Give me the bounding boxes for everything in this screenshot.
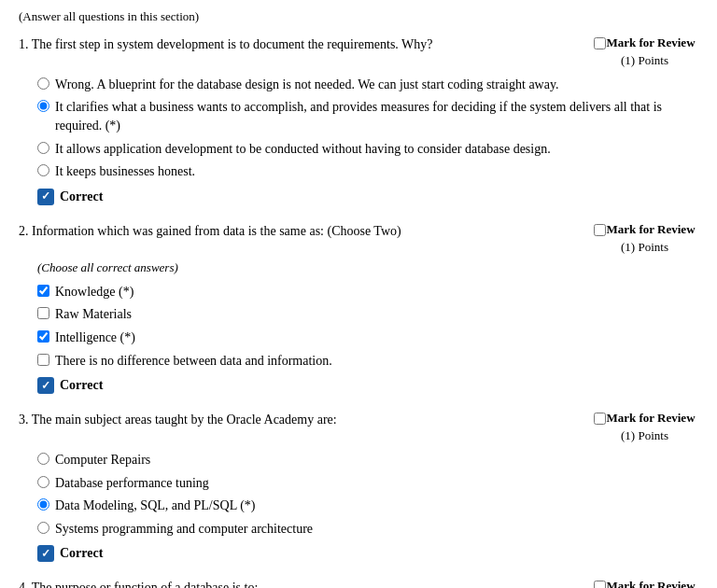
option-input-q2d[interactable] bbox=[37, 354, 49, 366]
question-block-3: 3. The main subject areas taught by the … bbox=[19, 411, 698, 562]
mark-review-points-1: (1) Points bbox=[621, 53, 668, 68]
option-row-2-3: Intelligence (*) bbox=[37, 329, 698, 347]
option-label-q2c[interactable]: Intelligence (*) bbox=[55, 329, 698, 347]
mark-review-checkbox-1[interactable] bbox=[594, 37, 606, 49]
question-number-1: 1. The first step in system development … bbox=[19, 37, 433, 51]
question-text-1: 1. The first step in system development … bbox=[19, 35, 591, 54]
mark-review-points-2: (1) Points bbox=[621, 240, 668, 255]
option-input-q3a[interactable] bbox=[37, 453, 49, 465]
option-label-q1a[interactable]: Wrong. A blueprint for the database desi… bbox=[55, 76, 698, 94]
option-label-q2d[interactable]: There is no difference between data and … bbox=[55, 352, 698, 371]
mark-review-points-3: (1) Points bbox=[621, 428, 668, 443]
question-row-4: 4. The purpose or function of a database… bbox=[19, 579, 698, 588]
option-label-q1b[interactable]: It clarifies what a business wants to ac… bbox=[55, 98, 698, 134]
correct-badge-3: Correct bbox=[37, 545, 698, 562]
correct-text-1: Correct bbox=[60, 189, 103, 204]
option-label-q3c[interactable]: Data Modeling, SQL, and PL/SQL (*) bbox=[55, 497, 698, 515]
mark-review-top-2: Mark for Review bbox=[594, 222, 695, 238]
option-label-q1c[interactable]: It allows application development to be … bbox=[55, 140, 698, 159]
options-area-3: Computer RepairsDatabase performance tun… bbox=[37, 451, 698, 538]
option-row-2-1: Knowledge (*) bbox=[37, 283, 698, 301]
option-label-q3d[interactable]: Systems programming and computer archite… bbox=[55, 520, 698, 539]
option-row-2-4: There is no difference between data and … bbox=[37, 352, 698, 371]
question-block-1: 1. The first step in system development … bbox=[19, 35, 698, 205]
question-number-2: 2. Information which was gained from dat… bbox=[19, 224, 401, 238]
mark-review-area-4: Mark for Review(1) Points bbox=[591, 579, 698, 588]
option-row-1-2: It clarifies what a business wants to ac… bbox=[37, 98, 698, 134]
mark-review-label-1: Mark for Review bbox=[606, 35, 695, 51]
correct-badge-1: Correct bbox=[37, 189, 698, 205]
correct-check-icon-3 bbox=[37, 545, 54, 562]
question-block-4: 4. The purpose or function of a database… bbox=[19, 579, 698, 588]
option-input-q3b[interactable] bbox=[37, 476, 49, 488]
option-input-q1d[interactable] bbox=[37, 164, 49, 176]
mark-review-label-2: Mark for Review bbox=[606, 222, 695, 238]
option-label-q2b[interactable]: Raw Materials bbox=[55, 305, 698, 324]
option-label-q1d[interactable]: It keeps businesses honest. bbox=[55, 162, 698, 181]
option-row-3-3: Data Modeling, SQL, and PL/SQL (*) bbox=[37, 497, 698, 515]
option-row-1-1: Wrong. A blueprint for the database desi… bbox=[37, 76, 698, 94]
mark-review-area-1: Mark for Review(1) Points bbox=[591, 35, 698, 68]
question-number-3: 3. The main subject areas taught by the … bbox=[19, 413, 337, 427]
correct-text-2: Correct bbox=[60, 378, 103, 393]
mark-review-checkbox-3[interactable] bbox=[594, 413, 606, 425]
option-row-1-4: It keeps businesses honest. bbox=[37, 162, 698, 181]
option-input-q2c[interactable] bbox=[37, 330, 49, 343]
option-input-q3c[interactable] bbox=[37, 498, 49, 511]
mark-review-area-3: Mark for Review(1) Points bbox=[591, 411, 698, 443]
correct-text-3: Correct bbox=[60, 546, 103, 561]
option-input-q2a[interactable] bbox=[37, 285, 49, 297]
correct-check-icon-1 bbox=[37, 189, 54, 205]
option-input-q1a[interactable] bbox=[37, 77, 49, 90]
mark-review-checkbox-4[interactable] bbox=[594, 581, 606, 588]
question-row-1: 1. The first step in system development … bbox=[19, 35, 698, 68]
correct-badge-2: Correct bbox=[37, 377, 698, 394]
option-input-q2b[interactable] bbox=[37, 307, 49, 319]
mark-review-top-3: Mark for Review bbox=[594, 411, 695, 427]
choose-note-2: (Choose all correct answers) bbox=[37, 260, 698, 275]
question-row-2: 2. Information which was gained from dat… bbox=[19, 222, 698, 255]
header-note: (Answer all questions in this section) bbox=[19, 9, 698, 24]
option-input-q1c[interactable] bbox=[37, 142, 49, 154]
mark-review-top-4: Mark for Review bbox=[594, 579, 695, 588]
options-area-1: Wrong. A blueprint for the database desi… bbox=[37, 76, 698, 181]
mark-review-checkbox-2[interactable] bbox=[594, 224, 606, 236]
correct-check-icon-2 bbox=[37, 377, 54, 394]
options-area-2: Knowledge (*)Raw MaterialsIntelligence (… bbox=[37, 283, 698, 370]
question-number-4: 4. The purpose or function of a database… bbox=[19, 581, 258, 588]
option-row-3-4: Systems programming and computer archite… bbox=[37, 520, 698, 539]
question-text-3: 3. The main subject areas taught by the … bbox=[19, 411, 591, 429]
option-label-q3a[interactable]: Computer Repairs bbox=[55, 451, 698, 469]
option-input-q1b[interactable] bbox=[37, 100, 49, 112]
question-text-4: 4. The purpose or function of a database… bbox=[19, 579, 591, 588]
mark-review-top-1: Mark for Review bbox=[594, 35, 695, 51]
mark-review-label-4: Mark for Review bbox=[606, 579, 695, 588]
question-block-2: 2. Information which was gained from dat… bbox=[19, 222, 698, 394]
option-row-3-1: Computer Repairs bbox=[37, 451, 698, 469]
question-row-3: 3. The main subject areas taught by the … bbox=[19, 411, 698, 443]
option-label-q3b[interactable]: Database performance tuning bbox=[55, 474, 698, 493]
option-input-q3d[interactable] bbox=[37, 522, 49, 534]
option-row-3-2: Database performance tuning bbox=[37, 474, 698, 493]
option-row-2-2: Raw Materials bbox=[37, 305, 698, 324]
option-row-1-3: It allows application development to be … bbox=[37, 140, 698, 159]
question-text-2: 2. Information which was gained from dat… bbox=[19, 222, 591, 241]
mark-review-label-3: Mark for Review bbox=[606, 411, 695, 427]
option-label-q2a[interactable]: Knowledge (*) bbox=[55, 283, 698, 301]
mark-review-area-2: Mark for Review(1) Points bbox=[591, 222, 698, 255]
